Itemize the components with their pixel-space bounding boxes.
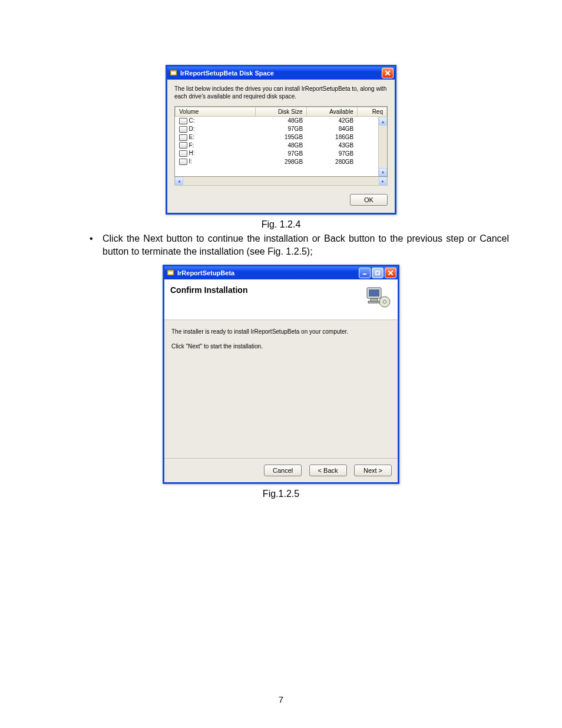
cell-available: 186GB: [306, 133, 357, 141]
table-row[interactable]: I:298GB280GB: [176, 157, 387, 166]
svg-rect-8: [371, 299, 378, 301]
close-icon[interactable]: [385, 268, 396, 278]
figure-caption-1: Fig. 1.2.4: [53, 219, 509, 230]
table-row[interactable]: C:48GB42GB: [176, 117, 387, 125]
ok-button[interactable]: OK: [350, 194, 388, 206]
drive-icon: [179, 142, 187, 149]
titlebar: IrReportSetupBeta: [164, 266, 398, 279]
installer-icon: [170, 69, 178, 77]
cell-available: 42GB: [306, 117, 357, 125]
table-row[interactable]: F:48GB43GB: [176, 141, 387, 150]
confirm-line-1: The installer is ready to install IrRepo…: [171, 328, 391, 335]
scroll-left-icon[interactable]: ◂: [175, 177, 183, 185]
dialog-body: The installer is ready to install IrRepo…: [164, 320, 398, 458]
next-button[interactable]: Next >: [354, 465, 392, 476]
svg-rect-5: [376, 271, 379, 275]
col-available[interactable]: Available: [306, 107, 357, 117]
drive-table: Volume Disk Size Available Req C:48GB42G…: [175, 107, 387, 166]
cell-available: 84GB: [306, 125, 357, 133]
svg-point-11: [384, 300, 386, 303]
drive-icon: [179, 150, 187, 157]
instruction-text: • Click the Next button to continue the …: [53, 232, 509, 259]
drive-list: Volume Disk Size Available Req C:48GB42G…: [174, 106, 388, 177]
dialog-description: The list below includes the drives you c…: [174, 85, 388, 100]
svg-rect-1: [171, 72, 176, 74]
scroll-down-icon[interactable]: ▾: [379, 168, 387, 176]
cell-disk-size: 97GB: [256, 125, 306, 133]
maximize-icon: [372, 268, 384, 278]
cell-volume: D:: [176, 125, 256, 133]
close-icon[interactable]: [382, 68, 394, 78]
col-required[interactable]: Req: [357, 107, 386, 117]
vertical-scrollbar[interactable]: ▴ ▾: [378, 117, 387, 176]
drive-icon: [179, 118, 187, 124]
dialog-header: Confirm Installation: [164, 279, 398, 320]
titlebar: IrReportSetupBeta Disk Space: [167, 67, 395, 80]
figure-caption-2: Fig.1.2.5: [53, 489, 509, 499]
cancel-button[interactable]: Cancel: [264, 465, 302, 476]
drive-icon: [179, 126, 187, 133]
horizontal-scrollbar[interactable]: ◂ ▸: [174, 177, 388, 186]
svg-rect-3: [168, 272, 173, 274]
cell-available: 280GB: [306, 157, 357, 166]
dialog-title: IrReportSetupBeta Disk Space: [180, 70, 381, 77]
table-row[interactable]: D:97GB84GB1: [176, 125, 387, 133]
cell-volume: I:: [176, 157, 256, 166]
document-page: IrReportSetupBeta Disk Space The list be…: [0, 0, 562, 499]
dialog-disk-space: IrReportSetupBeta Disk Space The list be…: [166, 65, 396, 215]
dialog-title: IrReportSetupBeta: [177, 269, 358, 276]
col-volume[interactable]: Volume: [176, 107, 256, 117]
cell-disk-size: 298GB: [256, 157, 306, 166]
cell-volume: E:: [176, 133, 256, 141]
svg-rect-7: [369, 289, 379, 297]
instruction-line: Click the Next button to continue the in…: [103, 232, 509, 259]
cell-disk-size: 48GB: [256, 117, 306, 125]
dialog-confirm-installation: IrReportSetupBeta Confirm Installation: [163, 265, 399, 484]
minimize-icon[interactable]: [359, 268, 371, 278]
dialog-button-row: Cancel < Back Next >: [164, 458, 398, 482]
scroll-right-icon[interactable]: ▸: [379, 177, 387, 185]
table-row[interactable]: E:195GB186GB: [176, 133, 387, 141]
dialog-heading: Confirm Installation: [170, 285, 363, 295]
cell-disk-size: 48GB: [256, 141, 306, 150]
installer-icon: [167, 269, 175, 277]
table-header-row: Volume Disk Size Available Req: [176, 107, 387, 117]
drive-icon: [179, 159, 187, 165]
cell-volume: C:: [176, 117, 256, 125]
cell-disk-size: 195GB: [256, 133, 306, 141]
page-number: 7: [0, 694, 562, 704]
back-button[interactable]: < Back: [309, 465, 347, 476]
cell-available: 97GB: [306, 149, 357, 157]
cell-volume: F:: [176, 141, 256, 150]
drive-icon: [179, 134, 187, 141]
table-row[interactable]: H:97GB97GB: [176, 149, 387, 157]
cell-volume: H:: [176, 149, 256, 157]
col-disk-size[interactable]: Disk Size: [256, 107, 306, 117]
bullet-icon: •: [90, 232, 103, 259]
cell-disk-size: 97GB: [256, 149, 306, 157]
scroll-up-icon[interactable]: ▴: [379, 117, 387, 126]
svg-rect-9: [368, 301, 380, 303]
confirm-line-2: Click "Next" to start the installation.: [171, 343, 391, 350]
computer-disc-icon: [363, 285, 392, 309]
cell-available: 43GB: [306, 141, 357, 150]
